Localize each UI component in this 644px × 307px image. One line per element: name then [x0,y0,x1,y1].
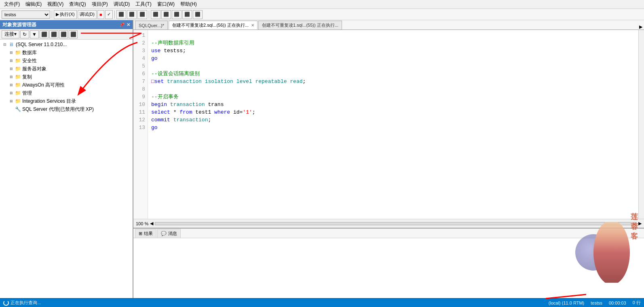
zoom-scroll-right[interactable]: ▶ [638,221,642,226]
bottom-content [133,238,644,301]
tab-scroll-right[interactable]: ▶ [639,24,642,30]
separator-2 [114,11,115,19]
folder-icon-db: 📁 [15,49,21,56]
user-info: testss [591,301,602,305]
tree-item-management[interactable]: ⊞ 📁 管理 [0,89,133,97]
agent-icon: 🔧 [15,106,21,112]
bottom-tab-bar: ⊞ 结果 💬 消息 [133,229,644,238]
folder-icon-mgmt: 📁 [15,90,21,96]
expand-icon-root: ⊟ [2,41,8,48]
explorer-btn2[interactable]: ⬛ [49,30,58,38]
main-toolbar: testss ▶ 执行(X) 调试(D) ■ ✓ ⬛ ⬛ ⬛ ⬛ ⬛ ⬛ ⬛ ⬛ [0,9,644,20]
explorer-btn4[interactable]: ⬛ [69,30,78,38]
explorer-btn1[interactable]: ⬛ [40,30,49,38]
tab-sqlquery[interactable]: SQLQuer...)* [135,21,168,30]
expand-icon-mgmt: ⊞ [8,90,15,96]
results-icon: ⊞ [139,231,142,236]
folder-icon-rep: 📁 [15,74,21,80]
zoom-slider[interactable] [155,222,637,225]
close-icon[interactable]: ✕ [127,22,130,28]
expand-icon-ao: ⊞ [8,82,15,88]
tree-item-alwayson[interactable]: ⊞ 📁 AlwaysOn 高可用性 [0,81,133,89]
tree-item-replication[interactable]: ⊞ 📁 复制 [0,73,133,81]
expand-icon-so: ⊞ [8,66,15,72]
separator-1 [52,11,52,19]
menu-help[interactable]: 帮助(H) [178,0,199,8]
server-icon: 🖥 [8,41,15,48]
expand-icon-db: ⊞ [8,49,15,56]
tab-create1[interactable]: 创建不可重复读1.sql...(55)) 正在执行... [258,21,342,30]
zoom-bar: 100 % ◀ ▶ [133,219,644,228]
db-selector[interactable]: testss [2,11,50,19]
toolbar-btn-6[interactable]: ⬛ [172,10,182,19]
folder-icon-so: 📁 [15,66,21,72]
tab-results-label: 结果 [144,231,153,237]
tab-label-sqlquery: SQLQuer...)* [139,23,164,28]
tree-item-databases[interactable]: ⊞ 📁 数据库 [0,49,133,57]
tab-messages[interactable]: 💬 消息 [157,229,181,238]
menu-file[interactable]: 文件(F) [2,0,22,8]
connect-button[interactable]: 连接▾ [2,30,19,38]
tab-messages-label: 消息 [168,231,177,237]
toolbar-btn-1[interactable]: ⬛ [116,10,126,19]
menu-tools[interactable]: 工具(T) [133,0,154,8]
panel-header: 对象资源管理器 📌 ✕ [0,20,133,29]
tree-item-sqlagent[interactable]: 🔧 SQL Server 代理(已禁用代理 XP) [0,105,133,113]
filter-button[interactable]: ▼ [30,30,39,38]
separator-3 [149,11,149,19]
toolbar-btn-4[interactable]: ⬛ [151,10,160,19]
toolbar-btn-5[interactable]: ⬛ [161,10,171,19]
tab-results[interactable]: ⊞ 结果 [135,229,156,238]
toolbar-btn-7[interactable]: ⬛ [182,10,192,19]
tree-item-security[interactable]: ⊞ 📁 安全性 [0,57,133,65]
tab-close-create2[interactable]: ✕ [250,23,255,28]
menu-edit[interactable]: 编辑(E) [23,0,44,8]
code-content[interactable]: --声明数据库引用 use testss; go --设置会话隔离级别 □set… [148,30,638,219]
refresh-button[interactable]: ↻ [20,30,29,38]
pin-icon[interactable]: 📌 [119,22,125,28]
toolbar-btn-2[interactable]: ⬛ [127,10,137,19]
code-editor: 1234 5678 910111213 --声明数据库引用 use testss… [133,30,644,219]
stop-button[interactable]: ■ [97,10,104,19]
execute-button[interactable]: ▶ 执行(X) [54,10,77,19]
expand-icon-int: ⊞ [8,98,15,104]
folder-icon-int: 📁 [15,98,21,104]
toolbar-btn-8[interactable]: ⬛ [193,10,203,19]
status-executing: 正在执行查询... [3,300,41,306]
menu-query[interactable]: 查询(Q) [67,0,88,8]
zoom-scroll-left[interactable]: ◀ [150,221,153,226]
tree-item-integration[interactable]: ⊞ 📁 Integration Services 目录 [0,97,133,105]
tab-label-create2: 创建不可重复读2.sql...(56)) 正在执行... [172,22,249,28]
executing-text: 正在执行查询... [11,300,41,306]
parse-button[interactable]: ✓ [105,10,113,19]
panel-header-actions: 📌 ✕ [119,22,130,28]
sql-editor-area: SQLQuer...)* 创建不可重复读2.sql...(56)) 正在执行..… [133,20,644,301]
stop-icon: ■ [99,12,102,17]
debug-button[interactable]: 调试(D) [78,10,97,19]
expand-icon-agent [8,106,15,112]
expand-icon-sec: ⊞ [8,57,15,64]
tree-label-root: (SQL Server 11.0.210... [16,42,67,47]
tree-item-root[interactable]: ⊟ 🖥 (SQL Server 11.0.210... [0,40,133,49]
menu-project[interactable]: 项目(P) [89,0,110,8]
tree-label-management: 管理 [22,90,32,97]
object-explorer: 对象资源管理器 📌 ✕ 连接▾ ↻ ▼ ⬛ ⬛ ⬛ ⬛ ⊟ [0,20,133,301]
toolbar-btn-3[interactable]: ⬛ [137,10,147,19]
explorer-btn3[interactable]: ⬛ [59,30,68,38]
bottom-panel: ⊞ 结果 💬 消息 [133,228,644,301]
status-right: (local) (11.0 RTM) testss 00:00:03 0 行 [549,300,641,306]
spinning-indicator [3,300,9,306]
line-numbers: 1234 5678 910111213 [133,30,148,219]
menu-window[interactable]: 窗口(W) [155,0,177,8]
tree-item-server-objects[interactable]: ⊞ 📁 服务器对象 [0,65,133,73]
menu-view[interactable]: 视图(V) [45,0,66,8]
menu-bar: 文件(F) 编辑(E) 视图(V) 查询(Q) 项目(P) 调试(D) 工具(T… [0,0,644,9]
menu-debug[interactable]: 调试(D) [111,0,133,8]
messages-icon: 💬 [161,231,167,236]
tree-label-integration: Integration Services 目录 [22,98,76,105]
tab-bar: SQLQuer...)* 创建不可重复读2.sql...(56)) 正在执行..… [133,20,644,30]
time-info: 00:00:03 [609,301,626,305]
tab-create2[interactable]: 创建不可重复读2.sql...(56)) 正在执行... ✕ [169,21,258,30]
execute-icon: ▶ [56,12,59,17]
editor-scrollbar[interactable] [638,30,644,219]
